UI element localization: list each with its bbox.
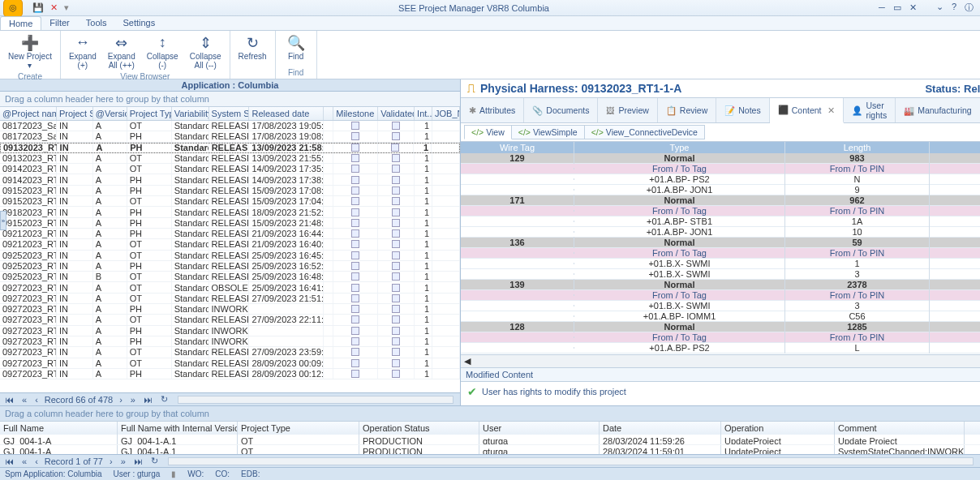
modified-content-header[interactable]: Modified Content <box>461 367 980 382</box>
col-header[interactable]: System Stat.. <box>209 107 250 120</box>
col-header[interactable]: Released date <box>249 107 324 120</box>
tab-content[interactable]: ⬛Content✕ <box>770 98 845 123</box>
history-row[interactable]: GJ_004-1-AGJ_004-1-A.1OTPRODUCTIONgturga… <box>0 445 980 454</box>
table-row[interactable]: 09272023_RT1INAOTStandardOBSOLETE25/09/2… <box>0 282 460 293</box>
qat-dropdown-icon[interactable]: ▾ <box>64 2 69 13</box>
tab-user rights[interactable]: 👤User rights <box>844 98 896 122</box>
menu-filter[interactable]: Filter <box>41 16 77 30</box>
col-header[interactable] <box>324 107 333 120</box>
bnav-first-icon[interactable]: ⏮ <box>3 456 15 466</box>
bcol-header[interactable]: Full Name <box>0 422 118 435</box>
ribbon-refresh[interactable]: ↻Refresh <box>235 32 270 62</box>
bnav-nextpage-icon[interactable]: » <box>119 456 127 466</box>
bottom-group-hint[interactable]: Drag a column header here to group by th… <box>0 406 980 422</box>
subtab-view_connectivedevice[interactable]: </>View_ConnectiveDevice <box>584 125 705 139</box>
qat-close-icon[interactable]: ✕ <box>50 2 58 13</box>
bnav-refresh-icon[interactable]: ↻ <box>149 456 160 466</box>
wire-row[interactable]: +01.A.BP- PS2L <box>461 343 980 354</box>
bcol-header[interactable]: Project Type <box>238 422 359 435</box>
info-icon[interactable]: ? <box>952 2 956 14</box>
tab-notes[interactable]: 📝Notes <box>716 98 769 122</box>
nav-next-icon[interactable]: › <box>118 395 124 405</box>
col-header[interactable]: Project Stat.. <box>57 107 93 120</box>
help-icon[interactable]: ⌄ <box>936 2 943 14</box>
grid-body[interactable]: 08172023_Sam_1INAOTStandardRELEASED17/08… <box>0 121 460 392</box>
bottom-hscrollbar[interactable] <box>168 457 974 465</box>
history-row[interactable]: GJ_004-1-AGJ_004-1-A.1OTPRODUCTIONgturga… <box>0 435 980 445</box>
tab-close-icon[interactable]: ✕ <box>827 105 835 115</box>
bnav-last-icon[interactable]: ⏭ <box>132 456 144 466</box>
ribbon-expand[interactable]: ↔Expand(+) <box>66 32 100 71</box>
menu-home[interactable]: Home <box>0 16 41 30</box>
table-row[interactable]: 09272023_RT3INAPHStandardINWORK1 <box>0 336 460 347</box>
wire-grid-body[interactable]: 129Normal983From / To TagFrom / To PIN+0… <box>461 153 980 354</box>
wire-col-header[interactable]: Length <box>785 142 930 153</box>
table-row[interactable]: 09272023_RT1INAPHStandardINWORK1 <box>0 304 460 315</box>
table-row[interactable]: 09152023_RT1INAOTStandardRELEASED15/09/2… <box>0 196 460 207</box>
nav-first-icon[interactable]: ⏮ <box>3 395 15 405</box>
col-header[interactable]: Int.. <box>415 107 432 120</box>
wire-col-header[interactable]: Wire Tag <box>461 142 574 153</box>
bnav-prevpage-icon[interactable]: « <box>20 456 28 466</box>
wire-hscroll[interactable]: ◀▶ <box>461 354 980 367</box>
table-row[interactable]: 08172023_Sam_1INAPHStandardRELEASED17/08… <box>0 131 460 142</box>
table-row[interactable]: 09142023_RT1INAOTStandardRELEASED14/09/2… <box>0 164 460 174</box>
table-row[interactable]: 09272023_RT3INAOTStandardRELEASED27/09/2… <box>0 347 460 358</box>
bcol-header[interactable]: Date <box>600 422 721 435</box>
restore-icon[interactable]: ▭ <box>893 2 901 13</box>
ribbon-new-project[interactable]: ➕New Project▾ <box>5 32 55 71</box>
ribbon-find[interactable]: 🔍Find <box>281 32 312 62</box>
table-row[interactable]: 09272023_RT2INAOTStandardRELEASED27/09/2… <box>0 315 460 325</box>
ribbon-collapse[interactable]: ↕Collapse(-) <box>144 32 182 71</box>
bnav-prev-icon[interactable]: ‹ <box>33 456 40 466</box>
table-row[interactable]: 09252023_RT1INBOTStandardRELEASED25/09/2… <box>0 272 460 282</box>
about-icon[interactable]: ⓘ <box>965 2 974 14</box>
table-row[interactable]: 09142023_RT1INAPHStandardRELEASED14/09/2… <box>0 174 460 185</box>
bcol-header[interactable]: Operation <box>721 422 835 435</box>
wire-col-header[interactable]: Type <box>574 142 785 153</box>
nav-prevpage-icon[interactable]: « <box>20 395 28 405</box>
bottom-grid-header[interactable]: Full NameFull Name with Internal Version… <box>0 422 980 435</box>
subtab-viewsimple[interactable]: </>ViewSimple <box>511 125 585 139</box>
table-row[interactable]: 09152023_RT1INAPHStandardRELEASED15/09/2… <box>0 186 460 196</box>
table-row[interactable]: 09132023_RT1INAOTStandardRELEASED13/09/2… <box>0 153 460 164</box>
nav-prev-icon[interactable]: ‹ <box>33 395 40 405</box>
nav-last-icon[interactable]: ⏭ <box>142 395 154 405</box>
tab-documents[interactable]: 📎Documents <box>524 98 598 122</box>
col-header[interactable]: Validated <box>378 107 415 120</box>
table-row[interactable]: 09272023_RT2INAPHStandardINWORK1 <box>0 326 460 336</box>
bcol-header[interactable]: Full Name with Internal Version <box>118 422 238 435</box>
minimize-icon[interactable]: ─ <box>879 2 885 13</box>
col-header[interactable]: JOB_NAM <box>432 107 460 120</box>
col-header[interactable]: Milestone Ok <box>333 107 378 120</box>
nav-nextpage-icon[interactable]: » <box>129 395 137 405</box>
table-row[interactable]: ▸09132023_RT1INAPHStandardRELEASED13/09/… <box>0 143 460 153</box>
col-header[interactable]: @Project name@ <box>0 107 57 120</box>
table-row[interactable]: 09272023_RT4INAPHStandardRELEASED28/09/2… <box>0 369 460 379</box>
group-hint[interactable]: Drag a column header here to group by th… <box>0 92 460 107</box>
tab-manufacturing[interactable]: 🏭Manufacturing <box>896 98 980 122</box>
nav-refresh-icon[interactable]: ↻ <box>159 394 170 405</box>
tab-preview[interactable]: 🖼Preview <box>598 98 657 122</box>
table-row[interactable]: 09152023_RT2INAPHStandardRELEASED15/09/2… <box>0 218 460 229</box>
menu-tools[interactable]: Tools <box>78 16 115 30</box>
table-row[interactable]: 08172023_Sam_1INAOTStandardRELEASED17/08… <box>0 121 460 131</box>
table-row[interactable]: 09252023_RT1INAOTStandardRELEASED25/09/2… <box>0 251 460 261</box>
qat-save-icon[interactable]: 💾 <box>32 2 44 13</box>
ribbon-expand[interactable]: ⇔ExpandAll (++) <box>105 32 139 71</box>
col-header[interactable]: Project Type <box>127 107 172 120</box>
table-row[interactable]: 09272023_RT1INAOTStandardRELEASED27/09/2… <box>0 294 460 304</box>
table-row[interactable]: 09252023_RT1INAPHStandardRELEASED25/09/2… <box>0 261 460 272</box>
close-icon[interactable]: ✕ <box>909 2 917 13</box>
panel-expander[interactable]: » <box>0 211 6 230</box>
table-row[interactable]: 09212023_RT1INAOTStandardRELEASED21/09/2… <box>0 239 460 250</box>
subtab-view[interactable]: </>View <box>464 125 512 139</box>
ribbon-collapse[interactable]: ⇕CollapseAll (--) <box>187 32 225 71</box>
bcol-header[interactable]: User <box>479 422 600 435</box>
table-row[interactable]: 09182023_RT2INAPHStandardRELEASED18/09/2… <box>0 207 460 217</box>
col-header[interactable]: @Version@ <box>93 107 127 120</box>
table-row[interactable]: 09212023_RT1INAPHStandardRELEASED21/09/2… <box>0 229 460 239</box>
col-header[interactable]: Variability T.. <box>172 107 209 120</box>
table-row[interactable]: 09272023_RT4INAOTStandardRELEASED28/09/2… <box>0 358 460 369</box>
tab-review[interactable]: 📋Review <box>658 98 716 122</box>
